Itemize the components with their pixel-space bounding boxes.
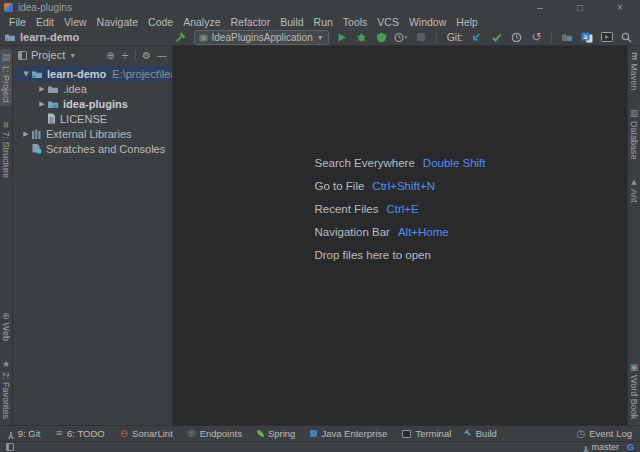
chevron-down-icon[interactable]: ▼	[69, 52, 76, 59]
show-changes-button[interactable]	[559, 30, 574, 45]
project-path: E:\project\learn-demo	[112, 68, 172, 80]
tool-window-button[interactable]: Maven	[628, 49, 640, 93]
tree-item-scratches[interactable]: Scratches and Consoles	[13, 141, 172, 156]
update-project-button[interactable]	[469, 30, 484, 45]
locate-file-button[interactable]: ⊕	[106, 50, 114, 61]
breadcrumb-project: learn-demo	[20, 31, 79, 43]
tool-window-button[interactable]: Spring	[257, 428, 295, 439]
menu-item[interactable]: View	[59, 15, 92, 29]
project-tab-icon	[18, 51, 27, 60]
translate-button[interactable]: a	[579, 30, 594, 45]
stripe-toggle-icon[interactable]	[6, 443, 14, 451]
menu-item[interactable]: Navigate	[92, 15, 143, 29]
google-translate-engine-icon[interactable]: G	[627, 442, 634, 452]
tree-item-idea-folder[interactable]: .idea	[13, 81, 172, 96]
tool-window-button[interactable]: Web	[0, 309, 12, 344]
editor-area[interactable]: Search Everywhere Double Shift Go to Fil…	[173, 46, 627, 425]
tool-window-button[interactable]: Word Book	[628, 359, 640, 422]
maven-icon	[629, 52, 638, 60]
tool-window-button[interactable]: Build	[466, 428, 497, 439]
shortcut-hint-line: Recent Files Ctrl+E	[314, 203, 485, 215]
menu-item[interactable]: Analyze	[178, 15, 225, 29]
menu-item[interactable]: Help	[451, 15, 483, 29]
favorites-icon	[1, 359, 10, 369]
rollback-button[interactable]: ↺	[529, 30, 544, 45]
menu-item[interactable]: Build	[275, 15, 308, 29]
tool-window-button[interactable]: Endpoints	[188, 428, 242, 439]
svg-text:a: a	[583, 32, 587, 40]
tool-window-button[interactable]: 2: Favorites	[0, 356, 12, 422]
wordbook-icon	[629, 362, 638, 372]
menu-item[interactable]: Run	[309, 15, 338, 29]
stop-icon	[416, 32, 426, 42]
folder-icon	[47, 84, 59, 94]
git-label: Git:	[447, 31, 463, 43]
presentation-button[interactable]	[599, 30, 614, 45]
chevron-right-icon[interactable]	[37, 85, 47, 93]
bottom-bar-items: 9: Git6: TODOSonarLintEndpointsSpringJav…	[8, 428, 497, 439]
event-log-button[interactable]: Event Log	[576, 428, 632, 439]
chevron-right-icon[interactable]	[37, 100, 47, 108]
project-tool-window: Project ▼ ⊕ ÷ ⚙ — learn-demo E:\project\…	[13, 46, 173, 425]
chevron-right-icon[interactable]	[21, 130, 31, 138]
tool-window-button[interactable]: 1: Project	[0, 49, 12, 106]
chevron-down-icon[interactable]	[21, 70, 31, 78]
debug-button[interactable]	[354, 30, 369, 45]
breadcrumb[interactable]: learn-demo	[4, 31, 79, 43]
run-configuration-select[interactable]: IdeaPluginsApplication ▼	[194, 30, 329, 45]
profiler-button[interactable]	[394, 30, 409, 45]
menu-bar: FileEditViewNavigateCodeAnalyzeRefactorB…	[0, 15, 640, 29]
tool-window-button[interactable]: Database	[628, 105, 640, 163]
build-hammer-button[interactable]	[174, 30, 189, 45]
tool-window-button[interactable]: 9: Git	[8, 428, 41, 439]
shortcut-hint-line: Drop files here to open	[314, 249, 485, 261]
run-with-coverage-button[interactable]	[374, 30, 389, 45]
search-icon	[621, 32, 632, 43]
tree-item-idea-plugins[interactable]: idea-plugins	[13, 96, 172, 111]
right-stripe-top: MavenDatabaseAnt	[628, 49, 640, 205]
shortcut-hint-line: Search Everywhere Double Shift	[314, 157, 485, 169]
tree-item-project-root[interactable]: learn-demo E:\project\learn-demo	[13, 66, 172, 81]
stop-button[interactable]	[414, 30, 429, 45]
project-view-select[interactable]: Project	[31, 49, 65, 61]
close-button[interactable]: ×	[614, 1, 626, 15]
settings-gear-button[interactable]: ⚙	[142, 50, 151, 61]
toolbar-separator	[551, 31, 552, 43]
search-everywhere-button[interactable]	[619, 30, 634, 45]
run-button[interactable]	[334, 30, 349, 45]
menu-item[interactable]: VCS	[372, 15, 404, 29]
menu-item[interactable]: Edit	[31, 15, 59, 29]
commit-button[interactable]	[489, 30, 504, 45]
tool-window-button[interactable]: Terminal	[402, 428, 451, 439]
tool-window-button[interactable]: 7: Structure	[0, 118, 12, 181]
menu-item[interactable]: Code	[143, 15, 178, 29]
menu-item[interactable]: Tools	[338, 15, 373, 29]
tool-window-button[interactable]: Java Enterprise	[310, 428, 387, 439]
tool-window-button[interactable]: SonarLint	[120, 428, 173, 439]
ide-window: idea-plugins – □ × FileEditViewNavigateC…	[0, 0, 640, 452]
module-folder-icon	[47, 99, 59, 109]
collapse-all-button[interactable]: ÷	[121, 50, 129, 61]
hide-panel-button[interactable]: —	[157, 50, 167, 61]
tree-item-external-libraries[interactable]: External Libraries	[13, 126, 172, 141]
history-button[interactable]	[509, 30, 524, 45]
coverage-shield-icon	[376, 32, 387, 43]
left-stripe-bottom: Web2: Favorites	[0, 309, 12, 422]
todo-icon	[56, 429, 64, 438]
minimize-button[interactable]: –	[534, 1, 546, 15]
tool-window-button[interactable]: Ant	[628, 175, 640, 206]
menu-item[interactable]: Refactor	[226, 15, 276, 29]
menu-item[interactable]: Window	[404, 15, 451, 29]
tool-window-button[interactable]: 6: TODO	[56, 428, 105, 439]
tree-item-license[interactable]: LICENSE	[13, 111, 172, 126]
bottom-tool-bar: 9: Git6: TODOSonarLintEndpointsSpringJav…	[0, 425, 640, 441]
left-stripe-top: 1: Project7: Structure	[0, 49, 12, 181]
maximize-button[interactable]: □	[574, 1, 586, 15]
changes-folder-icon	[561, 32, 573, 42]
status-bar: master G	[0, 441, 640, 452]
title-bar: idea-plugins – □ ×	[0, 0, 640, 15]
git-branch-widget[interactable]: master	[583, 442, 619, 452]
java-ee-icon	[310, 430, 317, 437]
ant-icon	[629, 178, 638, 186]
menu-item[interactable]: File	[4, 15, 31, 29]
